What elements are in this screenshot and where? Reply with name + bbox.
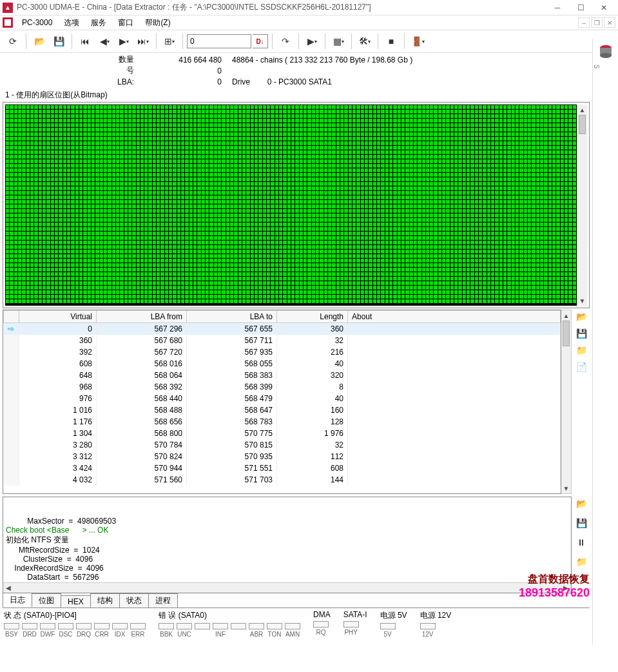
table-row[interactable]: 360567 680567 71132 [4,335,561,346]
led-abr [249,623,264,629]
first-icon[interactable]: ⏮ [76,32,94,50]
table-row[interactable]: 3 312570 824570 935112 [4,451,561,462]
svg-point-4 [600,53,612,58]
menu-services[interactable]: 服务 [86,16,111,30]
stop-icon[interactable]: ■ [382,32,400,50]
col-length[interactable]: Length [277,311,348,323]
led-label: DSC [59,631,72,638]
led-unc [177,623,192,629]
table-scroll-thumb[interactable] [563,321,570,346]
status-12v: 电源 12V12V [420,610,452,638]
tab-3[interactable]: 结构 [90,593,120,608]
led-label: IDX [115,631,126,638]
bitmap-scrollbar[interactable]: ▲ ▼ [577,104,587,306]
side-open-icon[interactable]: 📂 [574,310,588,324]
col-virtual[interactable]: Virtual [19,311,97,323]
led-label: BSY [5,631,18,638]
maximize-button[interactable]: ☐ [569,1,592,15]
led-ton [267,623,282,629]
tab-5[interactable]: 进程 [148,593,178,608]
col-lbafrom[interactable]: LBA from [97,311,187,323]
minimize-button[interactable]: ─ [546,1,569,15]
led-label: 5V [383,631,391,638]
scroll-up-icon[interactable]: ▲ [577,104,587,115]
table-row[interactable]: 976568 440568 47940 [4,393,561,404]
led-label: BBK [160,631,173,638]
table-row[interactable]: 648568 064568 383320 [4,370,561,381]
tab-4[interactable]: 状态 [119,593,149,608]
led-label: AMN [285,631,300,638]
table-row[interactable]: 3 280570 784570 81532 [4,439,561,451]
exit-icon[interactable]: 🚪▾ [409,32,427,50]
chain-table: Virtual LBA from LBA to Length About ⇨05… [3,310,561,494]
drive-icon[interactable] [597,43,615,61]
table-row[interactable]: 392567 720567 935216 [4,346,561,358]
menu-options[interactable]: 选项 [59,16,84,30]
tab-2[interactable]: HEX [61,595,91,608]
menu-help[interactable]: 帮助(Z) [140,16,175,30]
led-5v [380,623,396,629]
table-row[interactable]: 1 304568 800570 7751 976 [4,428,561,439]
table-row[interactable]: 3 424570 944571 551608 [4,462,561,474]
save-icon[interactable]: 💾 [50,32,68,50]
table-scroll-down[interactable]: ▼ [561,483,571,493]
mdi-minimize[interactable]: – [578,17,590,28]
tools-icon[interactable]: 🛠▾ [356,32,374,50]
refresh-icon[interactable]: ⟳ [4,32,22,50]
bitmap-grid[interactable] [5,104,577,306]
side-save-icon[interactable]: 💾 [574,326,588,341]
close-button[interactable]: ✕ [592,1,615,15]
mdi-restore[interactable]: ❐ [591,17,603,28]
hscroll-right[interactable]: ▶ [561,584,571,591]
col-lbato[interactable]: LBA to [187,311,277,323]
last-icon[interactable]: ⏭▾ [134,32,152,50]
scroll-down-icon[interactable]: ▼ [577,295,587,306]
prev-icon[interactable]: ◀▾ [95,32,113,50]
pc3000-icon [3,17,13,28]
led-idx [112,623,128,629]
log-section: MaxSector = 498069503Check boot <Base > … [3,497,590,593]
tab-1[interactable]: 位图 [32,593,61,608]
log-side-buttons: 📂 💾 ⏸ 📁 [572,497,590,593]
log-open-icon[interactable]: 📂 [574,497,588,511]
side-folder-icon[interactable]: 📁 [574,343,588,357]
grid-icon[interactable]: ⊞▾ [160,32,179,50]
scroll-thumb[interactable] [579,115,586,134]
table-row[interactable]: 1 016568 488568 647160 [4,404,561,416]
hscroll-left[interactable]: ◀ [3,584,14,591]
led-err [130,623,146,629]
lba-input[interactable] [187,34,251,48]
led-label: ABR [250,631,264,638]
table-row[interactable]: 1 176568 656568 783128 [4,416,561,428]
num-label: 号 [102,65,134,76]
log-save-icon[interactable]: 💾 [574,516,588,530]
log-line: MftRecordSize = 1024 [6,546,568,555]
log-folder-icon[interactable]: 📁 [574,555,588,569]
side-doc-icon[interactable]: 📄 [574,360,588,374]
log-pause-icon[interactable]: ⏸ [574,535,588,549]
mdi-close[interactable]: ✕ [604,17,615,28]
table-row[interactable]: 608568 016568 05540 [4,358,561,370]
open-icon[interactable]: 📂 [30,32,48,50]
status-dma-label: DMA [313,610,331,619]
status-5v-label: 电源 5V [380,610,407,621]
matrix-icon[interactable]: ▦▾ [329,32,347,50]
table-row[interactable]: 968568 392568 3998 [4,381,561,393]
play-icon[interactable]: ▶▾ [303,32,321,50]
tab-0[interactable]: 日志 [3,593,32,608]
table-scroll-up[interactable]: ▲ [561,310,571,321]
next-icon[interactable]: ▶▾ [115,32,133,50]
export-icon[interactable]: ↷ [276,32,295,50]
drive-value: 0 - PC3000 SATA1 [267,77,332,86]
menu-window[interactable]: 窗口 [113,16,139,30]
log-hscroll[interactable]: ◀ ▶ [3,582,571,593]
table-row[interactable]: 4 032571 560571 703144 [4,474,561,486]
col-marker[interactable] [4,311,19,323]
col-about[interactable]: About [348,311,561,323]
menu-pc3000[interactable]: PC-3000 [17,17,57,28]
tab-bar: 日志位图HEX结构状态进程 [3,595,590,608]
led-phy [343,621,359,628]
lba-go-button[interactable]: D↓ [253,34,268,48]
table-scrollbar[interactable]: ▲ ▼ [561,310,572,494]
table-row[interactable]: ⇨0567 296567 655360 [4,323,561,335]
